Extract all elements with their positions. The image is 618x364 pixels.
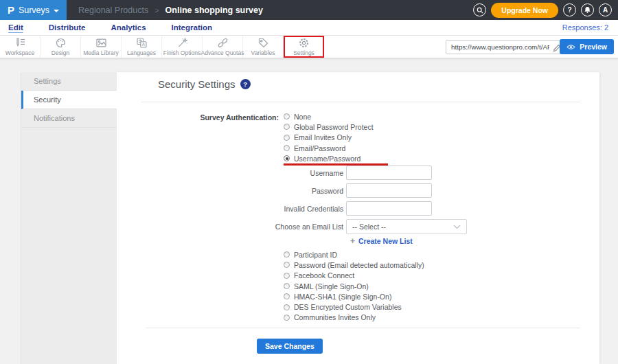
workspace-icon	[14, 37, 26, 49]
save-changes-button[interactable]: Save Changes	[257, 339, 323, 354]
auth-option-hmac-sha1[interactable]: HMAC-SHA1 (Single Sign-On)	[284, 291, 424, 302]
auth-option-password-email-detected[interactable]: Password (Email detected automatically)	[284, 260, 424, 270]
search-icon	[477, 7, 483, 14]
settings-sidebar: Settings Security Notifications	[21, 72, 117, 364]
radio-unselected-icon[interactable]	[284, 113, 290, 120]
toolbar-advance-quotas[interactable]: Advance Quotas	[203, 36, 243, 58]
radio-unselected-icon[interactable]	[284, 251, 290, 258]
top-bar: P Surveys Regional Products > Online sho…	[0, 0, 618, 20]
notifications-button[interactable]	[581, 3, 594, 16]
breadcrumb-separator: >	[154, 6, 159, 14]
edit-toolbar: Workspace Design Media Library A Languag…	[0, 36, 618, 58]
preview-label: Preview	[580, 43, 607, 51]
surveys-product-menu[interactable]: P Surveys	[0, 0, 67, 20]
topbar-actions: Upgrade Now ? A	[473, 3, 618, 18]
bell-icon	[584, 6, 591, 14]
invalid-credentials-field-row: Invalid Credentials	[117, 201, 432, 216]
email-list-field-row: Choose an Email List -- Select --	[117, 219, 467, 234]
email-list-select[interactable]: -- Select --	[346, 219, 467, 234]
title-help-icon[interactable]: ?	[240, 79, 251, 89]
responses-count-link[interactable]: Responses: 2	[562, 23, 608, 32]
password-field-row: Password	[117, 183, 432, 198]
invalid-credentials-input[interactable]	[346, 201, 432, 216]
languages-translate-icon: A	[136, 37, 148, 49]
toolbar-design[interactable]: Design	[41, 36, 81, 58]
media-image-icon	[95, 37, 107, 49]
security-settings-panel: Security Settings ? Survey Authenticatio…	[117, 72, 599, 364]
caret-down-icon	[54, 10, 59, 12]
auth-option-des-encrypted[interactable]: DES Encrypted Custom Variables	[284, 302, 424, 312]
toolbar-design-label: Design	[52, 49, 69, 56]
tab-integration[interactable]: Integration	[172, 23, 212, 32]
toolbar-settings-label: Settings	[293, 49, 314, 56]
search-button[interactable]	[473, 3, 486, 16]
page-title: Security Settings	[158, 78, 236, 90]
survey-authentication-label: Survey Authentication:	[117, 113, 279, 122]
variables-tag-icon	[258, 37, 269, 49]
toolbar-finish-options-label: Finish Options	[163, 49, 201, 56]
auth-option-participant-id[interactable]: Participant ID	[284, 249, 424, 260]
create-new-list-link[interactable]: + Create New List	[350, 237, 413, 245]
radio-unselected-icon[interactable]	[284, 283, 290, 289]
radio-unselected-icon[interactable]	[284, 315, 290, 321]
toolbar-media-library[interactable]: Media Library	[81, 36, 122, 58]
radio-unselected-icon[interactable]	[284, 262, 290, 268]
password-label: Password	[117, 187, 343, 195]
sidebar-item-security[interactable]: Security	[21, 91, 117, 109]
tab-distribute[interactable]: Distribute	[49, 23, 86, 32]
toolbar-finish-options[interactable]: Finish Options	[162, 36, 203, 58]
help-button[interactable]: ?	[563, 3, 576, 16]
footer-divider	[146, 328, 580, 328]
auth-option-communities-invites[interactable]: Communities Invites Only	[284, 312, 424, 323]
questionpro-logo: P	[8, 5, 14, 15]
chevron-down-icon	[453, 225, 461, 229]
finish-wand-icon	[176, 37, 188, 49]
sidebar-notifications-label: Notifications	[34, 114, 75, 122]
survey-url-box	[446, 40, 564, 54]
auth-option-saml[interactable]: SAML (Single Sign-On)	[284, 281, 424, 291]
toolbar-settings[interactable]: Settings	[284, 36, 324, 58]
sidebar-settings-label: Settings	[34, 77, 61, 85]
svg-text:A: A	[141, 42, 145, 47]
panel-header: Security Settings ?	[158, 78, 251, 90]
design-palette-icon	[55, 37, 67, 49]
auth-options-bottom-group: Participant ID Password (Email detected …	[284, 249, 424, 323]
toolbar-media-library-label: Media Library	[83, 49, 119, 56]
radio-unselected-icon[interactable]	[284, 273, 290, 279]
account-avatar[interactable]: A	[599, 3, 612, 16]
invalid-credentials-label: Invalid Credentials	[117, 205, 343, 213]
radio-unselected-icon[interactable]	[284, 135, 290, 141]
auth-option-global-password-protect[interactable]: Global Password Protect	[284, 122, 374, 132]
username-input[interactable]	[346, 166, 432, 180]
sidebar-security-label: Security	[34, 95, 61, 104]
radio-unselected-icon[interactable]	[284, 145, 290, 151]
tab-analytics[interactable]: Analytics	[111, 23, 146, 32]
survey-url-input[interactable]	[446, 40, 564, 54]
email-list-label: Choose an Email List	[117, 223, 343, 231]
preview-button[interactable]: Preview	[560, 39, 614, 54]
toolbar-variables[interactable]: Variables	[243, 36, 284, 58]
toolbar-workspace[interactable]: Workspace	[0, 36, 41, 58]
auth-option-email-password[interactable]: Email/Password	[284, 143, 374, 153]
auth-option-email-invites-only[interactable]: Email Invites Only	[284, 133, 374, 143]
breadcrumb-survey-title: Online shopping survey	[165, 5, 263, 15]
auth-option-username-password[interactable]: Username/Password	[284, 153, 374, 163]
toolbar-languages[interactable]: A Languages	[122, 36, 162, 58]
sidebar-item-settings[interactable]: Settings	[21, 72, 117, 91]
radio-selected-icon[interactable]	[284, 155, 290, 161]
sidebar-item-notifications[interactable]: Notifications	[21, 109, 117, 128]
plus-icon: +	[350, 237, 355, 245]
upgrade-now-button[interactable]: Upgrade Now	[491, 3, 558, 18]
username-label: Username	[117, 169, 343, 177]
toolbar-languages-label: Languages	[127, 49, 156, 56]
radio-unselected-icon[interactable]	[284, 124, 290, 130]
auth-option-facebook-connect[interactable]: Facebook Connect	[284, 271, 424, 281]
tab-edit[interactable]: Edit	[8, 23, 23, 32]
radio-unselected-icon[interactable]	[284, 304, 290, 310]
breadcrumb-folder[interactable]: Regional Products	[78, 5, 148, 15]
radio-unselected-icon[interactable]	[284, 293, 290, 299]
password-input[interactable]	[346, 183, 432, 198]
username-field-row: Username	[117, 166, 432, 180]
email-list-selected-value: -- Select --	[352, 223, 386, 231]
auth-option-none[interactable]: None	[284, 111, 374, 122]
